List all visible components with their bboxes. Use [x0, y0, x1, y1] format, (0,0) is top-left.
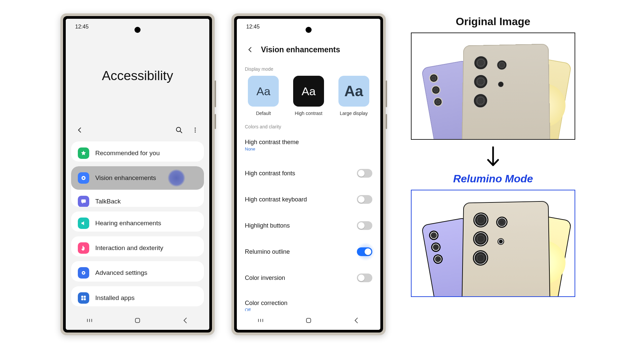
mode-preview: Aa: [293, 76, 324, 107]
row-high-contrast-keyboard[interactable]: High contrast keyboard: [237, 190, 380, 209]
row-value: None: [245, 146, 299, 152]
list-group: Advanced settings: [71, 261, 204, 281]
nav-back[interactable]: [353, 317, 360, 324]
item-label: Installed apps: [95, 294, 135, 302]
nav-recents[interactable]: [86, 317, 93, 324]
marketing-canvas: 12:45 Accessibility: [0, 0, 644, 362]
hand-icon: [78, 242, 89, 254]
svg-point-8: [83, 272, 85, 274]
nav-back[interactable]: [182, 317, 189, 324]
section-label-colors: Colors and clarity: [237, 119, 380, 133]
side-button: [215, 80, 216, 107]
nav-recents[interactable]: [257, 317, 264, 324]
row-highlight-buttons[interactable]: Highlight buttons: [237, 216, 380, 235]
svg-rect-11: [81, 298, 83, 300]
toolbar: [66, 120, 209, 141]
toggle-relumino[interactable]: [357, 247, 372, 256]
camera-hole: [306, 27, 312, 33]
row-label: Relumino outline: [245, 248, 290, 255]
mode-preview: Aa: [248, 76, 279, 107]
screen-header: Vision enhancements: [237, 35, 380, 61]
mode-default[interactable]: Aa Default: [244, 76, 283, 116]
illustration-phone-titanium: [462, 201, 550, 297]
svg-point-3: [195, 131, 196, 132]
toggle-hc-fonts[interactable]: [357, 169, 372, 178]
display-mode-row: Aa Default Aa High contrast Aa Large dis…: [237, 76, 380, 119]
item-interaction-dexterity[interactable]: Interaction and dexterity: [71, 236, 204, 256]
section-label-display-mode: Display mode: [237, 61, 380, 76]
gear-icon: [78, 267, 89, 279]
row-color-correction[interactable]: Color correction Off: [237, 294, 380, 311]
label-relumino-mode: Relumino Mode: [453, 173, 533, 185]
side-button: [215, 114, 216, 129]
chevron-left-icon: [76, 127, 83, 133]
back-icon: [353, 317, 360, 324]
item-label: Advanced settings: [95, 269, 147, 277]
item-talkback[interactable]: TalkBack: [71, 190, 204, 207]
accessibility-screen: Accessibility: [66, 35, 209, 311]
back-button[interactable]: [73, 123, 87, 137]
more-vert-icon: [192, 127, 199, 133]
item-hearing-enhancements[interactable]: Hearing enhancements: [71, 212, 204, 232]
recents-icon: [86, 317, 93, 324]
list-group: Installed apps: [71, 286, 204, 306]
nav-home[interactable]: [305, 317, 312, 324]
mode-label: High contrast: [295, 111, 322, 116]
row-value: Off: [245, 307, 287, 311]
svg-point-2: [195, 129, 196, 130]
svg-point-1: [195, 128, 196, 129]
status-time: 12:45: [246, 24, 260, 30]
item-label: TalkBack: [95, 198, 121, 205]
row-label: High contrast keyboard: [245, 196, 307, 203]
phone-mock-vision-enhancements: 12:45 Vision enhancements Display mode A…: [231, 13, 386, 335]
row-relumino-outline[interactable]: Relumino outline: [237, 242, 380, 261]
mode-preview: Aa: [338, 76, 369, 107]
row-label: Color inversion: [245, 275, 285, 282]
phone-mock-accessibility: 12:45 Accessibility: [60, 13, 215, 335]
home-icon: [134, 317, 141, 324]
svg-rect-10: [84, 296, 86, 298]
chevron-left-icon: [247, 46, 254, 53]
item-label: Hearing enhancements: [95, 220, 161, 227]
apps-icon: [78, 292, 89, 304]
toggle-highlight-buttons[interactable]: [357, 221, 372, 230]
svg-rect-13: [136, 318, 140, 323]
row-high-contrast-theme[interactable]: High contrast theme None: [237, 133, 380, 157]
row-color-inversion[interactable]: Color inversion: [237, 268, 380, 288]
illustration-phone-titanium: [462, 44, 550, 140]
comparison-column: Original Image Relumino Mode: [402, 13, 584, 297]
toggle-hc-keyboard[interactable]: [357, 195, 372, 204]
mode-high-contrast[interactable]: Aa High contrast: [289, 76, 329, 116]
tap-highlight: [168, 169, 185, 187]
row-high-contrast-fonts[interactable]: High contrast fonts: [237, 164, 380, 183]
row-label: Highlight buttons: [245, 222, 290, 229]
svg-rect-9: [81, 296, 83, 298]
arrow-down-icon: [485, 146, 501, 168]
nav-bar: [237, 311, 380, 330]
screen-title: Vision enhancements: [261, 45, 340, 54]
search-button[interactable]: [172, 123, 186, 137]
item-label: Vision enhancements: [95, 174, 156, 182]
item-label: Interaction and dexterity: [95, 244, 163, 252]
list-group: Hearing enhancements: [71, 212, 204, 232]
list-group: Recommended for you: [71, 141, 204, 162]
eye-icon: [78, 172, 89, 184]
status-time: 12:45: [75, 24, 89, 30]
back-button[interactable]: [244, 43, 257, 56]
svg-rect-12: [84, 298, 86, 300]
item-recommended-for-you[interactable]: Recommended for you: [71, 141, 204, 162]
chat-icon: [78, 196, 89, 207]
svg-rect-6: [81, 199, 86, 203]
nav-home[interactable]: [134, 317, 141, 324]
side-button: [386, 114, 387, 129]
toggle-color-inversion[interactable]: [357, 274, 372, 282]
home-icon: [305, 317, 312, 324]
more-button[interactable]: [189, 123, 202, 137]
list-group: Vision enhancements TalkBack: [71, 166, 204, 207]
item-advanced-settings[interactable]: Advanced settings: [71, 261, 204, 281]
item-installed-apps[interactable]: Installed apps: [71, 286, 204, 306]
item-vision-enhancements[interactable]: Vision enhancements: [71, 166, 204, 190]
sound-icon: [78, 218, 89, 229]
svg-rect-14: [307, 318, 311, 323]
mode-large-display[interactable]: Aa Large display: [334, 76, 374, 116]
